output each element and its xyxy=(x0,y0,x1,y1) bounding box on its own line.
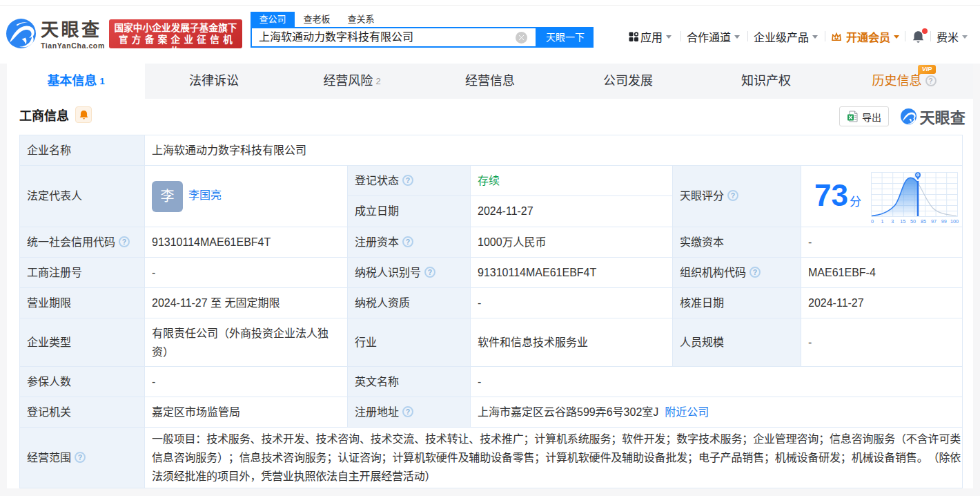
svg-text:0: 0 xyxy=(871,218,874,225)
svg-text:100: 100 xyxy=(950,218,959,225)
svg-text:15: 15 xyxy=(900,218,905,225)
svg-text:97: 97 xyxy=(931,218,937,225)
svg-text:85: 85 xyxy=(921,218,926,225)
svg-text:3: 3 xyxy=(891,218,894,225)
svg-text:99: 99 xyxy=(941,218,947,225)
svg-text:1: 1 xyxy=(881,218,883,225)
svg-text:50: 50 xyxy=(910,218,916,225)
